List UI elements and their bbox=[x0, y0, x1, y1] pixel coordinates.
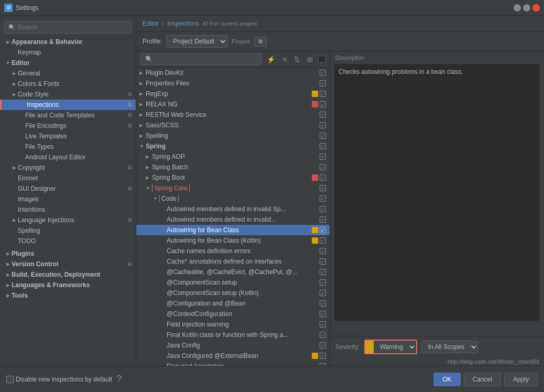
close-button[interactable] bbox=[532, 4, 540, 12]
sidebar-item-emmet[interactable]: Emmet bbox=[0, 173, 136, 183]
insp-item-java-configured-external[interactable]: Java Configured @ExternalBean ✓ bbox=[136, 351, 330, 361]
sidebar-search-input[interactable] bbox=[4, 21, 132, 34]
minimize-button[interactable] bbox=[514, 4, 521, 12]
profile-gear-button[interactable]: ⚙ bbox=[254, 37, 267, 47]
insp-checkbox[interactable]: ✓ bbox=[319, 342, 327, 349]
insp-item-config-bean[interactable]: @Configuration and @Bean ✓ bbox=[136, 298, 330, 309]
sidebar-item-todo[interactable]: TODO bbox=[0, 236, 136, 246]
insp-checkbox[interactable]: ✓ bbox=[319, 226, 327, 234]
sidebar-item-tools[interactable]: ▶ Tools bbox=[0, 290, 136, 301]
insp-checkbox[interactable]: ✓ bbox=[319, 363, 327, 366]
sidebar-item-spelling[interactable]: Spelling bbox=[0, 225, 136, 236]
insp-item-spring-core[interactable]: ▼ Spring Core ✓ bbox=[136, 183, 330, 193]
insp-checkbox[interactable]: ✓ bbox=[319, 310, 327, 318]
sidebar-item-editor[interactable]: ▼ Editor bbox=[0, 58, 136, 68]
insp-item-spring[interactable]: ▼ Spring ✓ bbox=[136, 141, 330, 151]
ok-button[interactable]: OK bbox=[433, 373, 460, 386]
insp-checkbox[interactable]: ✓ bbox=[319, 216, 327, 223]
insp-checkbox[interactable]: ✓ bbox=[319, 205, 327, 213]
sidebar-item-colors-fonts[interactable]: ▶ Colors & Fonts bbox=[0, 79, 136, 89]
sidebar-item-copyright[interactable]: ▶ Copyright ⧉ bbox=[0, 162, 136, 173]
insp-item-required-annotation[interactable]: Required Annotation ✓ bbox=[136, 361, 330, 366]
sidebar-item-gui-designer[interactable]: GUI Designer ⧉ bbox=[0, 183, 136, 194]
insp-item-field-injection[interactable]: Field injection warning ✓ bbox=[136, 319, 330, 330]
maximize-button[interactable] bbox=[523, 4, 530, 12]
sidebar-item-file-code-templates[interactable]: File and Code Templates ⧉ bbox=[0, 110, 136, 121]
insp-item-properties[interactable]: ▶ Properties Files ✓ bbox=[136, 78, 330, 89]
insp-checkbox[interactable]: ✓ bbox=[319, 279, 327, 286]
sidebar-item-lang-frameworks[interactable]: ▶ Languages & Frameworks bbox=[0, 280, 136, 290]
insp-checkbox[interactable]: ✓ bbox=[319, 164, 327, 171]
sidebar-item-build-exec[interactable]: ▶ Build, Execution, Deployment bbox=[0, 269, 136, 280]
filter-input[interactable] bbox=[140, 53, 262, 65]
sidebar-item-version-control[interactable]: ▶ Version Control ⧉ bbox=[0, 259, 136, 269]
filter-btn-expand[interactable]: ⊞ bbox=[305, 55, 315, 64]
apply-button[interactable]: Apply bbox=[504, 373, 538, 386]
sidebar-item-inspections[interactable]: Inspections ⧉ bbox=[0, 100, 136, 110]
sidebar-item-appearance[interactable]: ▶ Appearance & Behavior bbox=[0, 37, 136, 47]
insp-item-cache-names[interactable]: Cache names definition errors ✓ bbox=[136, 246, 330, 256]
insp-item-spring-aop[interactable]: ▶ Spring AOP ✓ bbox=[136, 151, 330, 162]
sidebar-item-live-templates[interactable]: Live Templates bbox=[0, 131, 136, 141]
insp-checkbox[interactable]: ✓ bbox=[319, 153, 327, 160]
insp-item-cache-annotations[interactable]: Cache* annotations defined on interfaces… bbox=[136, 256, 330, 267]
insp-item-spring-batch[interactable]: ▶ Spring Batch ✓ bbox=[136, 162, 330, 172]
insp-item-java-config[interactable]: Java Config ✓ bbox=[136, 340, 330, 351]
insp-item-code[interactable]: ▼ Code ✓ bbox=[136, 193, 330, 204]
scope-select[interactable]: In All Scopes bbox=[421, 341, 478, 353]
insp-checkbox[interactable]: ✓ bbox=[319, 321, 327, 328]
insp-item-componentscan-kotlin[interactable]: @ComponentScan setup (Kotlin) ✓ bbox=[136, 288, 330, 298]
insp-checkbox[interactable]: ✓ bbox=[319, 300, 327, 307]
insp-item-autowired2[interactable]: Autowired members defined in invalid... … bbox=[136, 214, 330, 225]
insp-checkbox[interactable]: ✓ bbox=[319, 237, 327, 244]
breadcrumb-inspections[interactable]: Inspections bbox=[167, 20, 199, 27]
insp-checkbox[interactable]: ✓ bbox=[319, 122, 327, 129]
insp-item-autowiring-bean[interactable]: Autowiring for Bean Class ✓ bbox=[136, 225, 330, 235]
insp-item-componentscan[interactable]: @ComponentScan setup ✓ bbox=[136, 277, 330, 288]
insp-checkbox[interactable]: ✓ bbox=[319, 258, 327, 265]
sidebar-item-android-layout[interactable]: Android Layout Editor bbox=[0, 152, 136, 162]
insp-checkbox[interactable]: ✓ bbox=[319, 331, 327, 339]
insp-checkbox[interactable]: ✓ bbox=[319, 174, 327, 181]
insp-item-sass[interactable]: ▶ Sass/SCSS ✓ bbox=[136, 120, 330, 130]
insp-checkbox[interactable]: ✓ bbox=[319, 143, 327, 150]
breadcrumb-editor[interactable]: Editor bbox=[143, 20, 159, 27]
sidebar-item-general[interactable]: ▶ General bbox=[0, 68, 136, 79]
insp-item-plugin-devkit[interactable]: ▶ Plugin DevKit ✓ bbox=[136, 68, 330, 78]
filter-btn-sort2[interactable]: ⇅ bbox=[292, 55, 302, 64]
sidebar-item-keymap[interactable]: Keymap bbox=[0, 47, 136, 58]
insp-item-restful[interactable]: ▶ RESTful Web Service ✓ bbox=[136, 110, 330, 120]
insp-checkbox[interactable]: ✓ bbox=[319, 111, 327, 118]
insp-checkbox[interactable]: ✓ bbox=[319, 247, 327, 255]
profile-select[interactable]: Project Default bbox=[166, 35, 227, 48]
cancel-button[interactable]: Cancel bbox=[464, 373, 501, 386]
sidebar-item-lang-injections[interactable]: ▶ Language Injections ⧉ bbox=[0, 215, 136, 225]
insp-item-context-config[interactable]: @ContextConfiguration ✓ bbox=[136, 309, 330, 319]
filter-btn-sort1[interactable]: ≡ bbox=[280, 55, 289, 64]
insp-item-autowiring-bean-kotlin[interactable]: Autowiring for Bean Class (Kotlin) ✓ bbox=[136, 235, 330, 246]
insp-checkbox[interactable]: ✓ bbox=[319, 195, 327, 202]
sidebar-item-file-encodings[interactable]: File Encodings ⧉ bbox=[0, 121, 136, 131]
insp-checkbox[interactable]: ✓ bbox=[319, 80, 327, 87]
insp-item-autowired1[interactable]: Autowired members defined in invalid Sp.… bbox=[136, 204, 330, 214]
insp-checkbox[interactable]: ✓ bbox=[319, 289, 327, 297]
window-controls[interactable] bbox=[514, 4, 540, 12]
insp-checkbox[interactable]: ✓ bbox=[319, 132, 327, 139]
insp-checkbox[interactable]: ✓ bbox=[319, 184, 327, 192]
insp-item-spring-boot[interactable]: ▶ Spring Boot ✓ bbox=[136, 172, 330, 183]
insp-checkbox[interactable]: ✓ bbox=[319, 352, 327, 360]
disable-inspections-checkbox[interactable] bbox=[6, 376, 14, 383]
sidebar-item-images[interactable]: Images bbox=[0, 194, 136, 204]
insp-checkbox[interactable]: ✓ bbox=[319, 90, 327, 97]
sidebar-item-plugins[interactable]: ▶ Plugins bbox=[0, 248, 136, 259]
insp-item-final-kotlin[interactable]: Final Kotlin class or function with Spri… bbox=[136, 330, 330, 340]
sidebar-item-intentions[interactable]: Intentions bbox=[0, 204, 136, 215]
insp-checkbox[interactable]: ✓ bbox=[319, 101, 327, 108]
insp-item-relax-ng[interactable]: ▶ RELAX NG ✓ bbox=[136, 99, 330, 110]
insp-item-spelling[interactable]: ▶ Spelling ✓ bbox=[136, 130, 330, 141]
sidebar-item-file-types[interactable]: File Types bbox=[0, 141, 136, 152]
insp-checkbox[interactable]: ✓ bbox=[319, 69, 327, 77]
severity-select[interactable]: Warning Error Info bbox=[374, 341, 416, 353]
insp-item-cacheable[interactable]: @Cacheable, @CacheEvict, @CachePut, @...… bbox=[136, 267, 330, 277]
sidebar-item-code-style[interactable]: ▶ Code Style ⧉ bbox=[0, 89, 136, 100]
